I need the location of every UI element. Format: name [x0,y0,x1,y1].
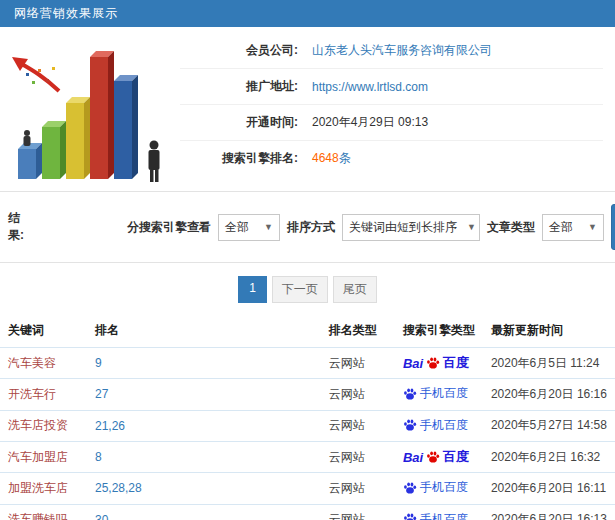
rank-type-cell: 云网站 [321,348,395,379]
pagination: 1 下一页 尾页 [0,263,615,314]
table-row: 开洗车行 27 云网站 手机百度 2020年6月20日 16:16 [0,379,615,411]
promo-url-link[interactable]: https://www.lrtlsd.com [312,80,428,94]
keyword-cell: 加盟洗车店 [0,473,87,505]
engine-label: 手机百度 [420,385,468,402]
search-engine-logo: 手机百度 [403,511,468,520]
search-engine-logo: 手机百度 [403,417,468,434]
chevron-down-icon [264,222,273,232]
company-link[interactable]: 山东老人头汽车服务咨询有限公司 [312,42,492,59]
updated-time-cell: 2020年6月20日 16:13 [483,504,615,520]
rank-type-cell: 云网站 [321,379,395,411]
engine-filter-select[interactable]: 全部 [218,214,280,241]
baidu-paw-icon [403,481,417,495]
engine-cell: Bai 百度 [395,442,483,473]
page-title: 网络营销效果展示 [14,6,118,20]
search-engine-logo: Bai 百度 [403,354,469,372]
col-header-engine-type: 搜索引擎类型 [395,314,483,348]
search-engine-logo: Bai 百度 [403,448,469,466]
keyword-cell: 汽车美容 [0,348,87,379]
submit-button[interactable]: 提交 [611,204,615,250]
col-header-rank-type: 排名类型 [321,314,395,348]
results-table: 关键词 排名 排名类型 搜索引擎类型 最新更新时间 汽车美容 9 云网站 Bai… [0,314,615,520]
table-header-row: 关键词 排名 排名类型 搜索引擎类型 最新更新时间 [0,314,615,348]
table-row: 汽车加盟店 8 云网站 Bai 百度 2020年6月2日 16:32 [0,442,615,473]
engine-label: 手机百度 [420,417,468,434]
rank-type-cell: 云网站 [321,473,395,505]
table-row: 洗车赚钱吗 30 云网站 手机百度 2020年6月20日 16:13 [0,504,615,520]
promo-url-label: 推广地址: [180,78,298,95]
open-time-label: 开通时间: [180,114,298,131]
chevron-down-icon [588,222,597,232]
open-time-value: 2020年4月29日 09:13 [312,114,428,131]
engine-cell: 手机百度 [395,473,483,505]
rank-cell: 9 [87,348,321,379]
page-number-current[interactable]: 1 [238,276,267,303]
engine-cell: 手机百度 [395,379,483,411]
keyword-cell: 开洗车行 [0,379,87,411]
rank-type-cell: 云网站 [321,410,395,442]
table-row: 加盟洗车店 25,28,28 云网站 手机百度 2020年6月20日 16:11 [0,473,615,505]
search-engine-logo: 手机百度 [403,385,468,402]
baidu-paw-icon [403,418,417,432]
summary-section: 会员公司: 山东老人头汽车服务咨询有限公司 推广地址: https://www.… [0,27,615,191]
keyword-cell: 汽车加盟店 [0,442,87,473]
sort-value: 关键词由短到长排序 [349,219,457,236]
rank-type-cell: 云网站 [321,504,395,520]
updated-time-cell: 2020年6月2日 16:32 [483,442,615,473]
keyword-cell: 洗车赚钱吗 [0,504,87,520]
baidu-paw-icon [426,356,440,370]
engine-filter-label: 分搜索引擎查看 [127,219,211,236]
page-title-bar: 网络营销效果展示 [0,0,615,27]
baidu-paw-icon [426,450,440,464]
keyword-cell: 洗车店投资 [0,410,87,442]
rank-cell: 25,28,28 [87,473,321,505]
baidu-wordmark: Bai [403,356,423,371]
engine-label: 手机百度 [420,479,468,496]
col-header-updated: 最新更新时间 [483,314,615,348]
rank-count-unit: 条 [339,151,351,165]
table-row: 洗车店投资 21,26 云网站 手机百度 2020年5月27日 14:58 [0,410,615,442]
company-row: 会员公司: 山东老人头汽车服务咨询有限公司 [180,33,603,69]
engine-label: 手机百度 [420,511,468,520]
company-label: 会员公司: [180,42,298,59]
updated-time-cell: 2020年6月20日 16:16 [483,379,615,411]
engine-cell: 手机百度 [395,410,483,442]
engine-label: 百度 [443,448,469,466]
next-page-button[interactable]: 下一页 [272,276,328,303]
rank-cell: 27 [87,379,321,411]
bar-chart-decorative-icon [4,29,180,191]
col-header-rank: 排名 [87,314,321,348]
promo-url-row: 推广地址: https://www.lrtlsd.com [180,69,603,105]
sort-label: 排序方式 [287,219,335,236]
rank-cell: 30 [87,504,321,520]
article-type-value: 全部 [549,219,573,236]
rank-cell: 21,26 [87,410,321,442]
updated-time-cell: 2020年6月20日 16:11 [483,473,615,505]
updated-time-cell: 2020年5月27日 14:58 [483,410,615,442]
rank-count-label: 搜索引擎排名: [180,150,298,167]
engine-filter-value: 全部 [225,219,249,236]
search-engine-logo: 手机百度 [403,479,468,496]
baidu-paw-icon [403,512,417,520]
rank-count-row: 搜索引擎排名: 4648条 [180,141,603,176]
baidu-wordmark: Bai [403,450,423,465]
engine-cell: Bai 百度 [395,348,483,379]
engine-cell: 手机百度 [395,504,483,520]
rank-cell: 8 [87,442,321,473]
chevron-down-icon [467,222,476,232]
article-type-select[interactable]: 全部 [542,214,604,241]
engine-label: 百度 [443,354,469,372]
col-header-keyword: 关键词 [0,314,87,348]
sort-select[interactable]: 关键词由短到长排序 [342,214,480,241]
table-row: 汽车美容 9 云网站 Bai 百度 2020年6月5日 11:24 [0,348,615,379]
member-info-panel: 会员公司: 山东老人头汽车服务咨询有限公司 推广地址: https://www.… [180,29,607,191]
last-page-button[interactable]: 尾页 [333,276,377,303]
rank-type-cell: 云网站 [321,442,395,473]
baidu-paw-icon [403,387,417,401]
updated-time-cell: 2020年6月5日 11:24 [483,348,615,379]
results-section-label: 结果: [8,210,24,244]
chart-illustration [4,29,180,191]
rank-count-value: 4648 [312,151,339,165]
article-type-label: 文章类型 [487,219,535,236]
filter-bar: 结果: 分搜索引擎查看 全部 排序方式 关键词由短到长排序 文章类型 全部 提交 [0,191,615,263]
